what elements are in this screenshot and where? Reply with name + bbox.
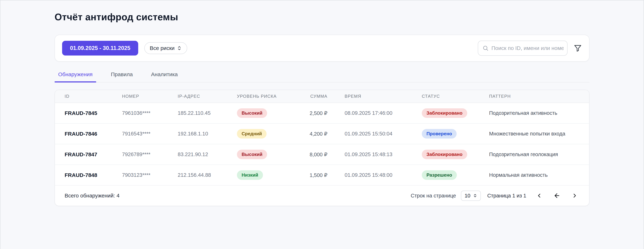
cell-pattern: Множественные попытки входа <box>489 131 580 137</box>
cell-id: FRAUD-7845 <box>64 110 122 116</box>
pagination-prev-button[interactable] <box>534 191 544 200</box>
cell-time: 08.09.2025 17:46:00 <box>344 110 422 116</box>
pagination-next-button[interactable] <box>570 191 580 200</box>
chevron-left-icon <box>536 192 542 199</box>
rows-per-page-value: 10 <box>464 193 470 199</box>
filter-bar: 01.09.2025 - 30.11.2025 Все риски <box>54 35 590 62</box>
cell-pattern: Подозрительная активность <box>489 110 580 116</box>
cell-status: Проверено <box>422 129 489 138</box>
cell-ip-address: 185.22.110.45 <box>178 110 237 116</box>
column-header-id: ID <box>64 94 122 99</box>
cell-amount: 2,500 ₽ <box>296 110 344 116</box>
cell-id: FRAUD-7848 <box>64 172 122 178</box>
column-header-pattern: ПАТТЕРН <box>489 94 580 99</box>
date-range-button[interactable]: 01.09.2025 - 30.11.2025 <box>62 41 138 56</box>
pagination-back-button[interactable] <box>552 191 562 200</box>
column-header-time: ВРЕМЯ <box>344 94 422 99</box>
cell-number: 7961036**** <box>122 110 178 116</box>
page-info-label: Страница 1 из 1 <box>487 193 526 199</box>
rows-per-page-select[interactable]: 10 <box>461 191 481 201</box>
cell-status: Заблокировано <box>422 150 489 159</box>
table-row[interactable]: FRAUD-7845 7961036**** 185.22.110.45 Выс… <box>55 103 589 124</box>
cell-ip-address: 83.221.90.12 <box>178 151 237 157</box>
cell-status: Заблокировано <box>422 108 489 118</box>
risk-badge: Средний <box>237 129 266 138</box>
cell-time: 01.09.2025 15:48:13 <box>344 151 422 157</box>
status-badge: Заблокировано <box>422 108 467 118</box>
cell-amount: 1,500 ₽ <box>296 172 344 178</box>
cell-risk: Высокий <box>237 150 296 159</box>
column-header-ip: IP-АДРЕС <box>178 94 237 99</box>
rows-per-page-label: Строк на странице <box>411 193 456 199</box>
risk-filter-label: Все риски <box>150 45 174 51</box>
status-badge: Разрешено <box>422 170 457 180</box>
cell-risk: Высокий <box>237 108 296 118</box>
tab-detections[interactable]: Обнаружения <box>54 71 96 82</box>
search-icon <box>482 45 488 51</box>
cell-id: FRAUD-7847 <box>64 151 122 158</box>
table-body: FRAUD-7845 7961036**** 185.22.110.45 Выс… <box>55 103 589 186</box>
chevrons-up-down-icon <box>177 46 182 51</box>
cell-ip-address: 192.168.1.10 <box>178 131 237 137</box>
status-badge: Проверено <box>422 129 456 138</box>
search-box <box>478 41 568 56</box>
chevron-right-icon <box>572 192 578 199</box>
tab-rules[interactable]: Правила <box>107 71 136 82</box>
cell-number: 7916543**** <box>122 131 178 137</box>
column-header-number: НОМЕР <box>122 94 178 99</box>
chevrons-up-down-icon <box>473 193 477 198</box>
column-header-risk: УРОВЕНЬ РИСКА <box>237 94 296 99</box>
risk-filter-select[interactable]: Все риски <box>144 42 187 54</box>
cell-time: 01.09.2025 15:48:00 <box>344 172 422 178</box>
cell-ip-address: 212.156.44.88 <box>178 172 237 178</box>
table-footer: Всего обнаружений: 4 Строк на странице 1… <box>55 186 589 206</box>
page-title: Отчёт антифрод системы <box>54 12 590 23</box>
column-header-amount: СУММА <box>296 94 344 99</box>
cell-pattern: Нормальная активность <box>489 172 580 178</box>
column-header-status: СТАТУС <box>422 94 489 99</box>
cell-risk: Низкий <box>237 170 296 180</box>
cell-number: 7926789**** <box>122 151 178 157</box>
main-content: Отчёт антифрод системы 01.09.2025 - 30.1… <box>54 12 590 206</box>
cell-pattern: Подозрительная геолокация <box>489 151 580 157</box>
detections-table: ID НОМЕР IP-АДРЕС УРОВЕНЬ РИСКА СУММА ВР… <box>54 90 590 206</box>
cell-number: 7903123**** <box>122 172 178 178</box>
cell-id: FRAUD-7846 <box>64 131 122 137</box>
filter-funnel-icon[interactable] <box>574 44 582 52</box>
total-detections-label: Всего обнаружений: 4 <box>64 193 120 199</box>
table-row[interactable]: FRAUD-7848 7903123**** 212.156.44.88 Низ… <box>55 165 589 186</box>
pagination-controls: Строк на странице 10 Страница 1 из 1 <box>411 191 580 201</box>
table-row[interactable]: FRAUD-7847 7926789**** 83.221.90.12 Высо… <box>55 144 589 165</box>
risk-badge: Высокий <box>237 150 267 159</box>
tab-bar: Обнаружения Правила Аналитика <box>54 71 590 83</box>
cell-amount: 4,200 ₽ <box>296 131 344 137</box>
tab-analytics[interactable]: Аналитика <box>148 71 182 82</box>
status-badge: Заблокировано <box>422 150 467 159</box>
search-input[interactable] <box>492 45 564 51</box>
arrow-left-icon <box>554 192 560 199</box>
risk-badge: Низкий <box>237 170 263 180</box>
table-header-row: ID НОМЕР IP-АДРЕС УРОВЕНЬ РИСКА СУММА ВР… <box>55 90 589 103</box>
cell-amount: 8,000 ₽ <box>296 151 344 158</box>
cell-risk: Средний <box>237 129 296 138</box>
table-row[interactable]: FRAUD-7846 7916543**** 192.168.1.10 Сред… <box>55 124 589 144</box>
cell-time: 01.09.2025 15:50:04 <box>344 131 422 137</box>
cell-status: Разрешено <box>422 170 489 180</box>
risk-badge: Высокий <box>237 108 267 118</box>
